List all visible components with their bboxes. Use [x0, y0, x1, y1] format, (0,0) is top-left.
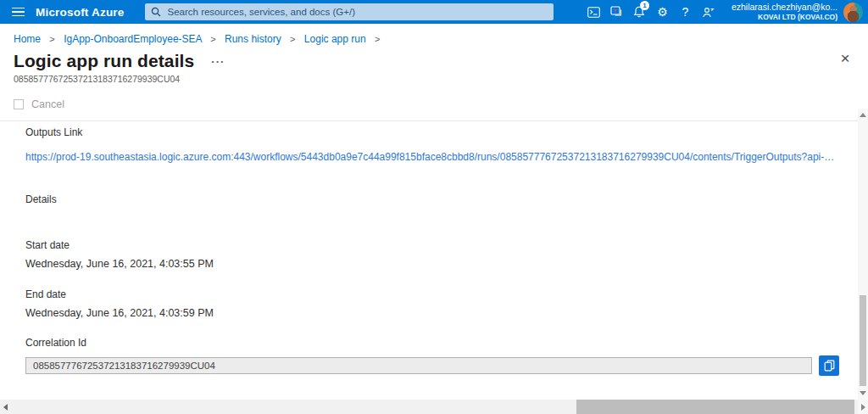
breadcrumb-separator: >	[210, 34, 215, 44]
feedback-person-icon	[702, 7, 715, 18]
global-search[interactable]	[145, 3, 554, 20]
breadcrumb: Home > IgApp-OnboardEmployee-SEA > Runs …	[0, 24, 868, 48]
scroll-up-arrow-icon[interactable]	[860, 113, 866, 117]
directory-filter-icon	[610, 6, 623, 18]
breadcrumb-separator: >	[49, 34, 54, 44]
copy-button[interactable]	[819, 355, 839, 376]
scroll-left-arrow-icon[interactable]	[3, 404, 8, 411]
end-date-value: Wednesday, June 16, 2021, 4:03:59 PM	[25, 307, 843, 319]
account-menu[interactable]: ezhilarasi.chezhiyan@ko... KOVAI LTD (KO…	[732, 2, 837, 22]
settings-button[interactable]: ⚙	[651, 0, 674, 24]
breadcrumb-separator: >	[375, 34, 380, 44]
scroll-down-arrow-icon[interactable]	[860, 391, 866, 395]
correlation-id-field[interactable]	[25, 357, 812, 374]
start-date-value: Wednesday, June 16, 2021, 4:03:55 PM	[25, 258, 843, 270]
outputs-link-url[interactable]: https://prod-19.southeastasia.logic.azur…	[25, 151, 837, 163]
breadcrumb-logic-app[interactable]: IgApp-OnboardEmployee-SEA	[64, 33, 202, 45]
top-bar-actions: 1 ⚙ ? ezhilarasi.chezhiyan@ko... KOVAI L…	[582, 0, 868, 24]
outputs-link-label: Outputs Link	[25, 126, 843, 138]
question-mark-icon: ?	[682, 6, 689, 18]
brand-title[interactable]: Microsoft Azure	[36, 6, 125, 19]
command-bar: Cancel	[0, 92, 868, 121]
stop-icon	[14, 99, 24, 109]
cloud-shell-button[interactable]	[582, 0, 605, 24]
more-actions-icon[interactable]: ···	[211, 55, 225, 68]
breadcrumb-separator: >	[290, 34, 295, 44]
close-icon[interactable]: ×	[836, 49, 854, 68]
user-directory: KOVAI LTD (KOVAI.CO)	[732, 13, 837, 22]
vertical-scrollbar-thumb[interactable]	[860, 295, 866, 386]
details-section-label: Details	[25, 193, 843, 205]
scroll-right-arrow-icon[interactable]	[861, 404, 865, 411]
vertical-scrollbar[interactable]	[858, 109, 868, 400]
breadcrumb-runs-history[interactable]: Runs history	[225, 33, 281, 45]
hamburger-menu-icon[interactable]	[0, 0, 36, 24]
cancel-button-label: Cancel	[31, 98, 64, 110]
scrollbar-corner[interactable]	[858, 400, 868, 414]
azure-top-bar: Microsoft Azure	[0, 0, 868, 24]
copy-icon	[824, 360, 835, 372]
feedback-button[interactable]	[697, 0, 720, 24]
help-button[interactable]: ?	[674, 0, 697, 24]
directory-filter-button[interactable]	[605, 0, 628, 24]
cancel-run-button[interactable]: Cancel	[14, 98, 64, 110]
gear-icon: ⚙	[657, 6, 668, 18]
cloud-shell-icon	[587, 7, 600, 18]
horizontal-scrollbar-thumb[interactable]	[576, 400, 854, 414]
horizontal-scrollbar[interactable]	[0, 400, 858, 414]
avatar[interactable]	[843, 3, 863, 22]
page-title: Logic app run details	[14, 51, 194, 71]
end-date-label: End date	[25, 288, 843, 300]
search-icon	[151, 7, 161, 17]
breadcrumb-logic-app-run[interactable]: Logic app run	[304, 33, 366, 45]
search-input[interactable]	[166, 6, 548, 18]
notifications-button[interactable]: 1	[628, 0, 651, 24]
user-email: ezhilarasi.chezhiyan@ko...	[732, 2, 837, 13]
breadcrumb-home[interactable]: Home	[14, 33, 41, 45]
run-details-pane: Outputs Link https://prod-19.southeastas…	[0, 121, 868, 414]
start-date-label: Start date	[25, 239, 843, 251]
notification-badge: 1	[640, 1, 649, 10]
correlation-id-label: Correlation Id	[25, 337, 843, 349]
run-id-subtitle: 08585777672537213183716279939CU04	[0, 71, 868, 84]
